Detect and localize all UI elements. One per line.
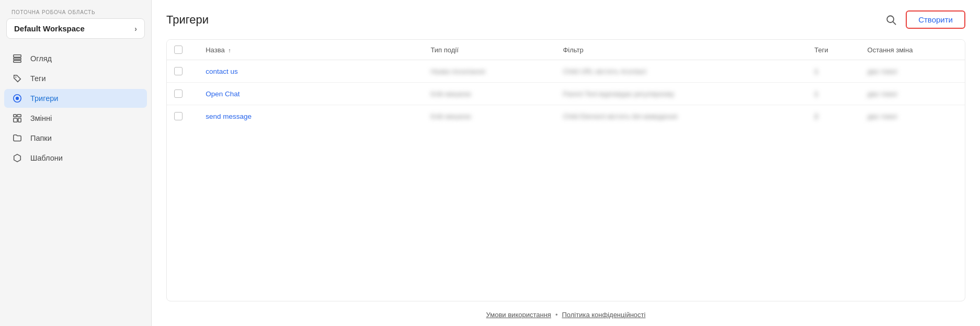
- svg-point-5: [16, 97, 19, 100]
- search-button[interactable]: [883, 12, 899, 28]
- svg-rect-9: [18, 118, 21, 122]
- svg-rect-7: [17, 115, 21, 117]
- workspace-name: Default Workspace: [14, 24, 85, 33]
- sort-arrow-icon: ↑: [228, 47, 231, 53]
- workspace-selector[interactable]: Default Workspace ›: [6, 18, 145, 39]
- row-filter-cell: Child URL містить #contact: [554, 60, 806, 83]
- sidebar-item-templates[interactable]: Шаблони: [4, 149, 147, 167]
- sidebar-item-label-overview: Огляд: [30, 54, 52, 63]
- row-tags-cell: 1: [806, 83, 859, 105]
- col-header-event-type[interactable]: Тип події: [422, 40, 554, 60]
- row-lastmod-cell: два тижні: [859, 83, 965, 105]
- filter-value: Parent Text відповідає регулярному: [563, 90, 674, 98]
- header-actions: Створити: [883, 10, 965, 29]
- create-button[interactable]: Створити: [906, 10, 965, 29]
- main-content-area: Тригери Створити: [152, 0, 980, 326]
- col-header-last-modified[interactable]: Остання зміна: [859, 40, 965, 60]
- privacy-link[interactable]: Політика конфіденційності: [562, 311, 645, 319]
- footer: Умови використання • Політика конфіденці…: [152, 301, 980, 326]
- svg-rect-6: [14, 115, 16, 117]
- chevron-right-icon: ›: [134, 25, 137, 33]
- circle-dot-icon: [12, 94, 23, 103]
- svg-line-11: [893, 21, 896, 24]
- sidebar-item-tags[interactable]: Теги: [4, 69, 147, 88]
- footer-separator: •: [555, 311, 558, 319]
- event-type-value: Кліk мишкою: [430, 90, 471, 98]
- page-header: Тригери Створити: [166, 10, 965, 29]
- row-event-type-cell: Кліk мишкою: [422, 105, 554, 128]
- svg-point-10: [887, 16, 894, 23]
- trigger-name-link[interactable]: Open Chat: [206, 90, 240, 98]
- last-modified-value: два тижні: [868, 90, 897, 98]
- row-name-cell: send message: [197, 105, 422, 128]
- terms-link[interactable]: Умови використання: [486, 311, 551, 319]
- event-type-value: Назва посилання: [430, 68, 485, 75]
- row-checkbox[interactable]: [174, 67, 183, 75]
- row-checkbox[interactable]: [174, 112, 183, 120]
- tags-count: 1: [814, 90, 818, 98]
- row-event-type-cell: Назва посилання: [422, 60, 554, 83]
- row-checkbox-cell: [167, 60, 197, 83]
- event-type-value: Кліk мишкою: [430, 113, 471, 120]
- filter-value: Child Element містить btn-виведення: [563, 113, 677, 120]
- row-filter-cell: Parent Text відповідає регулярному: [554, 83, 806, 105]
- sidebar-item-label-triggers: Тригери: [30, 94, 58, 103]
- last-modified-value: два тижні: [868, 113, 897, 120]
- triggers-table-container: Назва ↑ Тип події Фільтр Теги Остання зм…: [166, 39, 965, 301]
- row-checkbox-cell: [167, 105, 197, 128]
- sidebar-item-folders[interactable]: Папки: [4, 129, 147, 148]
- sidebar-item-label-folders: Папки: [30, 134, 52, 142]
- table-row: contact us Назва посилання Child URL міс…: [167, 60, 965, 83]
- tag-icon: [12, 74, 23, 83]
- svg-rect-8: [14, 118, 17, 122]
- triggers-table: Назва ↑ Тип події Фільтр Теги Остання зм…: [167, 40, 965, 127]
- sidebar: ПОТОЧНА РОБОЧА ОБЛАСТЬ Default Workspace…: [0, 0, 152, 326]
- col-header-filter[interactable]: Фільтр: [554, 40, 806, 60]
- row-checkbox[interactable]: [174, 89, 183, 98]
- workspace-label: ПОТОЧНА РОБОЧА ОБЛАСТЬ: [0, 0, 151, 18]
- tags-count: 2: [814, 113, 818, 120]
- sidebar-item-overview[interactable]: Огляд: [4, 49, 147, 68]
- last-modified-value: два тижні: [868, 68, 897, 75]
- layers-icon: [12, 54, 23, 63]
- row-lastmod-cell: два тижні: [859, 105, 965, 128]
- select-all-checkbox[interactable]: [174, 46, 183, 54]
- sidebar-item-label-variables: Змінні: [30, 114, 52, 122]
- trigger-name-link[interactable]: contact us: [206, 68, 238, 75]
- svg-rect-2: [14, 61, 21, 63]
- tags-count: 1: [814, 68, 818, 75]
- sidebar-item-label-tags: Теги: [30, 74, 46, 83]
- table-row: Open Chat Кліk мишкою Parent Text відпов…: [167, 83, 965, 105]
- row-tags-cell: 1: [806, 60, 859, 83]
- row-name-cell: Open Chat: [197, 83, 422, 105]
- svg-rect-0: [14, 55, 21, 58]
- search-icon: [886, 15, 896, 25]
- sidebar-item-triggers[interactable]: Тригери: [4, 89, 147, 108]
- sidebar-item-label-templates: Шаблони: [30, 154, 63, 162]
- hexagon-icon: [12, 153, 23, 163]
- trigger-name-link[interactable]: send message: [206, 113, 252, 120]
- sidebar-item-variables[interactable]: Змінні: [4, 109, 147, 128]
- table-row: send message Кліk мишкою Child Element м…: [167, 105, 965, 128]
- svg-rect-1: [14, 58, 21, 60]
- page-title: Тригери: [166, 13, 209, 27]
- row-tags-cell: 2: [806, 105, 859, 128]
- col-header-tags[interactable]: Теги: [806, 40, 859, 60]
- filter-value: Child URL містить #contact: [563, 68, 646, 75]
- grid-icon: [12, 114, 23, 123]
- row-event-type-cell: Кліk мишкою: [422, 83, 554, 105]
- row-checkbox-cell: [167, 83, 197, 105]
- col-header-name[interactable]: Назва ↑: [197, 40, 422, 60]
- row-filter-cell: Child Element містить btn-виведення: [554, 105, 806, 128]
- svg-point-3: [15, 76, 16, 77]
- header-checkbox-cell: [167, 40, 197, 60]
- row-name-cell: contact us: [197, 60, 422, 83]
- sidebar-nav: Огляд Теги Тригери: [0, 49, 151, 167]
- row-lastmod-cell: два тижні: [859, 60, 965, 83]
- folder-icon: [12, 133, 23, 143]
